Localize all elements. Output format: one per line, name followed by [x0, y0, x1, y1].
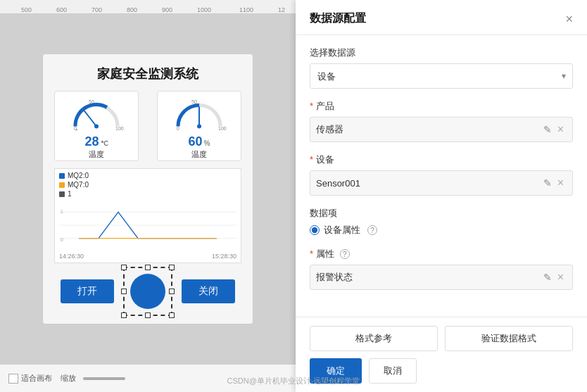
zoom-slider[interactable] [83, 377, 125, 380]
bottom-toolbar: 适合画布 缩放 [0, 364, 296, 392]
legend-label-2: MQ7:0 [68, 181, 89, 189]
legend-label-1: MQ2:0 [68, 172, 89, 179]
zoom-item: 缩放 [61, 373, 130, 384]
gauge1-unit: ℃ [101, 139, 108, 147]
svg-text:100: 100 [115, 125, 124, 130]
fit-canvas-label: 适合画布 [21, 373, 52, 384]
device-card: 家庭安全监测系统 [42, 53, 253, 324]
svg-point-6 [94, 124, 99, 128]
ruler-tick: 800 [127, 6, 137, 13]
svg-line-5 [84, 110, 96, 126]
legend-dot-2 [59, 182, 65, 188]
chart-svg: 1 0 [59, 201, 236, 250]
gauge2-box: 0 50 100 60 % 温度 [157, 91, 241, 161]
data-item-label: 数据项 [310, 207, 573, 220]
attribute-value: 报警状态 [316, 271, 541, 284]
legend-item-1: MQ2:0 [59, 172, 236, 179]
svg-text:50: 50 [89, 99, 94, 103]
fit-canvas-item: 适合画布 [8, 373, 52, 384]
ruler-tick: 500 [21, 6, 32, 13]
device-value: Sensor001 [316, 178, 541, 189]
confirm-button[interactable]: 确定 [310, 358, 362, 384]
gauge1-value: 28 [84, 135, 99, 148]
chart-time-start: 14:26:30 [59, 253, 84, 260]
canvas-area: 家庭安全监测系统 [0, 14, 296, 364]
circle-button-container [127, 270, 169, 312]
svg-text:50: 50 [191, 99, 197, 103]
legend-item-3: 1 [59, 190, 236, 198]
datasource-select[interactable]: 设备 [310, 63, 573, 89]
ruler-tick: 1000 [197, 6, 211, 13]
gauge1-box: 0 50 100 28 ℃ 温度 [54, 91, 139, 161]
chart-time-end: 15:28:30 [212, 253, 236, 260]
attribute-edit-icon[interactable]: ✎ [541, 272, 555, 283]
chart-timestamps: 14:26:30 15:28:30 [59, 253, 236, 260]
datasource-select-wrapper: 设备 ▾ [310, 63, 573, 89]
product-value: 传感器 [316, 123, 541, 136]
data-item-radio-group: 设备属性 ? [310, 224, 573, 236]
product-label: 产品 [310, 100, 573, 113]
format-ref-button[interactable]: 格式参考 [310, 326, 438, 351]
panel-title: 数据源配置 [310, 11, 366, 26]
gauge1-svg: 0 50 100 [68, 93, 125, 135]
chart-area: MQ2:0 MQ7:0 1 1 0 [54, 168, 241, 263]
device-input-wrapper: Sensor001 ✎ × [310, 170, 573, 196]
data-source-panel: 数据源配置 × 选择数据源 设备 ▾ 产品 传感器 ✎ × 设备 [296, 0, 587, 392]
footer-btn-row: 格式参考 验证数据格式 [310, 326, 573, 351]
confirm-row: 确定 取消 [310, 358, 573, 384]
ruler-tick: 900 [162, 6, 172, 13]
attribute-clear-icon[interactable]: × [555, 271, 567, 284]
cancel-button[interactable]: 取消 [369, 358, 417, 384]
device-attr-radio-label[interactable]: 设备属性 ? [310, 224, 377, 236]
gauge2-value: 60 [189, 135, 203, 148]
zoom-label: 缩放 [61, 373, 76, 384]
product-clear-icon[interactable]: × [555, 123, 567, 136]
legend-dot-1 [59, 173, 65, 179]
svg-point-14 [197, 124, 201, 128]
panel-close-button[interactable]: × [565, 13, 573, 25]
data-item-section: 数据项 设备属性 ? [310, 207, 573, 236]
handle-ml[interactable] [121, 289, 127, 294]
handle-br[interactable] [169, 312, 175, 318]
btn-close[interactable]: 关闭 [182, 279, 235, 303]
validate-button[interactable]: 验证数据格式 [445, 326, 573, 351]
ruler-tick: 12 [278, 6, 285, 13]
attribute-input-wrapper: 报警状态 ✎ × [310, 265, 573, 290]
handle-bm[interactable] [145, 312, 151, 318]
panel-footer: 格式参考 验证数据格式 确定 取消 [296, 317, 587, 392]
legend-label-3: 1 [68, 190, 72, 198]
device-card-title: 家庭安全监测系统 [54, 65, 241, 82]
attribute-section: 属性 ? 报警状态 ✎ × [310, 248, 573, 290]
ruler-tick: 600 [56, 6, 67, 13]
handle-tl[interactable] [121, 265, 127, 270]
device-attr-text: 设备属性 [324, 224, 360, 236]
attribute-help-icon[interactable]: ? [340, 249, 350, 259]
svg-text:0: 0 [61, 236, 63, 243]
svg-text:100: 100 [218, 125, 227, 130]
panel-header: 数据源配置 × [296, 0, 587, 35]
ruler-tick: 700 [91, 6, 102, 13]
device-attr-radio[interactable] [310, 225, 320, 235]
device-section: 设备 Sensor001 ✎ × [310, 153, 573, 196]
attribute-label: 属性 [310, 248, 334, 260]
fit-canvas-checkbox[interactable] [8, 374, 18, 384]
handle-bl[interactable] [121, 312, 127, 318]
handle-mr[interactable] [169, 289, 175, 294]
gauge1-label: 温度 [89, 149, 104, 160]
handle-tr[interactable] [169, 265, 175, 270]
device-label: 设备 [310, 153, 573, 166]
device-clear-icon[interactable]: × [555, 177, 567, 189]
product-section: 产品 传感器 ✎ × [310, 100, 573, 142]
product-edit-icon[interactable]: ✎ [541, 124, 555, 135]
handle-tm[interactable] [145, 265, 151, 270]
product-input-wrapper: 传感器 ✎ × [310, 117, 573, 142]
btn-open[interactable]: 打开 [61, 279, 114, 303]
gauges-row: 0 50 100 28 ℃ 温度 [54, 91, 241, 161]
buttons-row: 打开 关闭 [54, 270, 241, 312]
svg-text:1: 1 [61, 208, 63, 215]
device-edit-icon[interactable]: ✎ [541, 177, 555, 189]
ruler-tick: 1100 [239, 6, 253, 13]
device-attr-help-icon[interactable]: ? [367, 225, 377, 235]
svg-text:0: 0 [74, 125, 77, 130]
chart-legend: MQ2:0 MQ7:0 1 [59, 172, 236, 198]
